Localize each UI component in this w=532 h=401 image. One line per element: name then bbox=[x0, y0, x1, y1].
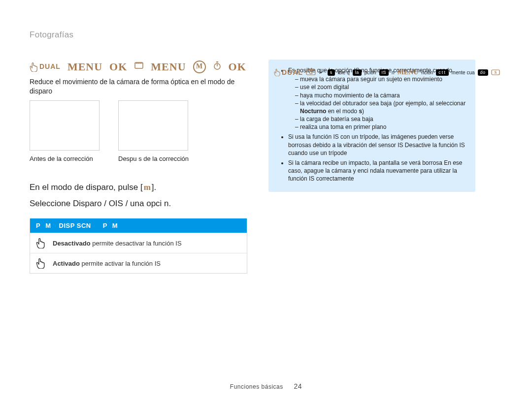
camera-icon bbox=[306, 68, 316, 77]
note-sub-5: la carga de batería sea baja bbox=[295, 115, 467, 123]
comparison-images: Antes de la corrección Despu s de la cor… bbox=[30, 100, 254, 163]
manual-page: Fotografías DUAL • s ible q la pción IS … bbox=[0, 0, 532, 401]
mode-m-icon: M bbox=[193, 61, 206, 73]
note-sub-3: haya mucho movimiento de la cámara bbox=[295, 92, 467, 99]
menu-label: MENU bbox=[67, 60, 102, 74]
dual-icon: DUAL bbox=[274, 68, 303, 77]
menu-key-icon: m bbox=[144, 182, 151, 193]
options-table: P M DISP SCN P M OFF Desactivado permite… bbox=[30, 218, 247, 274]
page-footer: Funciones básicas 24 bbox=[0, 382, 532, 391]
svg-point-7 bbox=[136, 63, 137, 64]
before-image bbox=[30, 100, 100, 151]
svg-text:S: S bbox=[494, 70, 497, 75]
svg-point-8 bbox=[138, 63, 139, 64]
ois-off-icon: OFF bbox=[36, 238, 46, 248]
svg-point-9 bbox=[140, 63, 141, 64]
note-sub-6: realiza una toma en primer plano bbox=[295, 123, 467, 131]
note-bullet-3: Si la cámara recibe un impacto, la panta… bbox=[288, 159, 467, 183]
note-box: Es posible que la opción IS no funcione … bbox=[268, 60, 475, 192]
page-number: 24 bbox=[294, 382, 302, 391]
dual-label: DUAL bbox=[30, 62, 61, 72]
option-row-on: OIS Activado permite activar la función … bbox=[30, 253, 247, 273]
section-intro: Reduce el movimiento de la cámara de for… bbox=[30, 77, 241, 96]
movie-icon bbox=[134, 61, 144, 73]
step-2: Seleccione Disparo / OIS / una opci n. bbox=[30, 198, 254, 210]
left-column: DUAL MENU OK MENU M OK Reduce el movimie… bbox=[30, 60, 254, 274]
steps: En el modo de disparo, pulse [m]. Selecc… bbox=[30, 182, 254, 210]
note-sub-2: use el zoom digital bbox=[295, 83, 467, 91]
note-overlay-strip: DUAL • s ible q la pción IS n MENU ncion… bbox=[274, 68, 500, 77]
svg-rect-11 bbox=[216, 62, 218, 62]
breadcrumb: Fotografías bbox=[30, 30, 502, 41]
option-row-off: OFF Desactivado permite desactivar la fu… bbox=[30, 233, 247, 253]
after-caption: Despu s de la corrección bbox=[118, 154, 189, 163]
hand-icon bbox=[30, 62, 38, 72]
right-column: Es posible que la opción IS no funcione … bbox=[268, 60, 475, 192]
step-1: En el modo de disparo, pulse [m]. bbox=[30, 182, 254, 193]
options-header: P M DISP SCN P M bbox=[30, 218, 247, 233]
note-bullet-2: Si usa la función IS con un trípode, las… bbox=[288, 133, 467, 157]
menu-label-inline: MENU bbox=[398, 68, 419, 77]
footer-section: Funciones básicas bbox=[230, 383, 283, 390]
mode-title-row: DUAL MENU OK MENU M OK bbox=[30, 60, 254, 74]
after-image bbox=[118, 100, 188, 151]
timer-icon bbox=[213, 61, 222, 73]
hand-icon bbox=[274, 68, 281, 76]
note-sub-4: la velocidad del obturador sea baja (por… bbox=[295, 99, 467, 115]
svg-point-1 bbox=[309, 71, 312, 74]
ois-on-icon: OIS bbox=[36, 258, 46, 268]
mode-s-icon: S bbox=[491, 68, 500, 77]
ok-label: OK bbox=[109, 60, 127, 74]
before-caption: Antes de la corrección bbox=[30, 154, 100, 163]
